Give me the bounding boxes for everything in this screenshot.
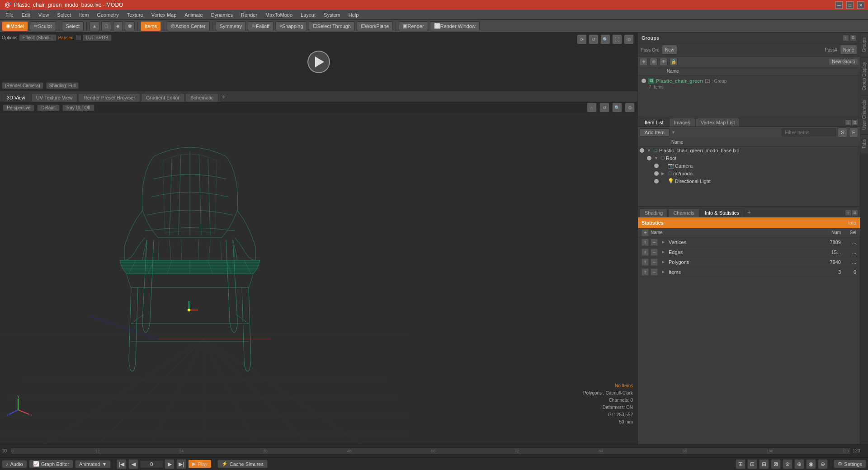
audio-button[interactable]: ♪ Audio	[2, 460, 27, 468]
playback-next-button[interactable]: ▶	[165, 459, 175, 469]
scene-item-root-file[interactable]: ▼ 🗂 Plastic_chair_green_modo_base.lxo	[638, 147, 860, 154]
tab-item-list[interactable]: Item List	[640, 118, 669, 127]
cache-simures-button[interactable]: ⚡ Cache Simures	[217, 460, 268, 468]
stat-expand-items[interactable]: ▶	[660, 268, 667, 276]
expand-arrow-4[interactable]: ▶	[661, 171, 667, 176]
scene-item-root[interactable]: ▼ ⬡ Root	[645, 154, 860, 162]
vert-tab-tabs[interactable]: Tabs	[860, 134, 868, 153]
groups-plus-btn[interactable]: +	[640, 58, 648, 66]
preview-play-button[interactable]	[307, 51, 330, 73]
stat-minus-edges[interactable]: −	[651, 249, 658, 256]
menu-render[interactable]: Render	[237, 11, 261, 19]
menu-view[interactable]: View	[35, 11, 53, 19]
tab-schematic[interactable]: Schematic	[185, 93, 218, 102]
scene-item-camera[interactable]: 📷 Camera	[652, 162, 860, 169]
vp-rotate-icon[interactable]: ↺	[599, 103, 609, 113]
menu-system[interactable]: System	[320, 11, 344, 19]
filter-s-btn[interactable]: S	[838, 127, 847, 137]
filter-items-input[interactable]	[782, 128, 836, 136]
tab-info-statistics[interactable]: Info & Statistics	[700, 208, 744, 217]
stats-expand-btn[interactable]: ↕	[845, 210, 851, 216]
transport-btn-5[interactable]: ⊛	[783, 459, 793, 469]
menu-item[interactable]: Item	[75, 11, 92, 19]
toolbar-icon-2[interactable]: ⬡	[101, 21, 111, 31]
groups-copy-btn[interactable]: ⊕	[650, 58, 658, 66]
stats-detach-btn[interactable]: ⧉	[852, 210, 858, 216]
settings-button[interactable]: ⚙ Settings	[834, 460, 866, 468]
action-center-button[interactable]: ◎ Action Center	[167, 21, 210, 31]
groups-expand-btn[interactable]: ↕	[843, 35, 849, 41]
stat-add-vertices[interactable]: +	[642, 239, 649, 246]
vp-home-icon[interactable]: ⌂	[587, 103, 597, 113]
tab-render-preset-browser[interactable]: Render Preset Browser	[79, 93, 140, 102]
menu-maxtomodo[interactable]: MaxToModo	[262, 11, 296, 19]
stat-minus-items[interactable]: −	[651, 268, 658, 276]
toolbar-icon-1[interactable]: ▲	[90, 21, 99, 31]
items-button[interactable]: Items	[141, 21, 161, 31]
preview-btn-1[interactable]: ⟳	[577, 34, 587, 44]
maximize-button[interactable]: □	[846, 1, 854, 9]
menu-select[interactable]: Select	[53, 11, 75, 19]
preview-btn-3[interactable]: ⛶	[612, 34, 622, 44]
render-camera-label[interactable]: (Render Camera)	[2, 82, 43, 89]
render-window-button[interactable]: ⬜ Render Window	[430, 21, 480, 31]
mode-model-button[interactable]: ◉ Model	[2, 21, 28, 31]
symmetry-button[interactable]: Symmetry	[216, 21, 246, 31]
frame-input[interactable]	[140, 461, 163, 468]
expand-arrow-1[interactable]: ▼	[647, 148, 652, 153]
ray-gl-btn[interactable]: Ray GL: Off	[62, 104, 94, 111]
preview-btn-4[interactable]: ⚙	[624, 34, 634, 44]
groups-detach-btn[interactable]: ⧉	[850, 35, 856, 41]
stats-tab-add[interactable]: +	[745, 207, 754, 217]
groups-eye-btn[interactable]: 👁	[660, 58, 668, 66]
stats-add-btn[interactable]: +	[642, 229, 649, 236]
tab-uv-texture-view[interactable]: UV Texture View	[31, 93, 78, 102]
vert-tab-groups[interactable]: Groups	[860, 33, 868, 57]
title-bar-controls[interactable]: — □ ✕	[835, 1, 864, 9]
new-group-button[interactable]: New Group	[829, 58, 858, 65]
timeline-track[interactable]: 0 12 24 36 48 60 72 84 96 108 120	[11, 447, 851, 455]
menu-animate[interactable]: Animate	[181, 11, 206, 19]
scene-item-m2modo[interactable]: ▶ ⬡ m2modo	[652, 169, 860, 177]
minimize-button[interactable]: —	[835, 1, 843, 9]
menu-geometry[interactable]: Geometry	[93, 11, 122, 19]
playback-end-button[interactable]: ▶|	[176, 459, 186, 469]
tab-shading[interactable]: Shading	[640, 208, 668, 217]
transport-btn-4[interactable]: ⊠	[771, 459, 781, 469]
stat-expand-polygons[interactable]: ▶	[660, 258, 667, 266]
transport-btn-6[interactable]: ⊕	[794, 459, 804, 469]
expand-arrow-2[interactable]: ▼	[654, 156, 660, 160]
menu-texture[interactable]: Texture	[123, 11, 147, 19]
stat-add-polygons[interactable]: +	[642, 258, 649, 266]
playback-start-button[interactable]: |◀	[117, 459, 127, 469]
select-button[interactable]: Select	[62, 21, 84, 31]
scene-item-directional-light[interactable]: 💡 Directional Light	[652, 177, 860, 185]
stat-expand-vertices[interactable]: ▶	[660, 239, 667, 246]
vp-zoom-icon[interactable]: 🔍	[612, 103, 622, 113]
stat-add-items[interactable]: +	[642, 268, 649, 276]
workplane-button[interactable]: ⊞ WorkPlane	[357, 21, 393, 31]
transport-btn-7[interactable]: ◉	[806, 459, 816, 469]
tab-images[interactable]: Images	[669, 118, 695, 127]
add-item-button[interactable]: Add Item	[640, 128, 670, 136]
menu-dynamics[interactable]: Dynamics	[208, 11, 236, 19]
toolbar-icon-3[interactable]: ◆	[113, 21, 123, 31]
default-btn[interactable]: Default	[37, 104, 60, 111]
menu-edit[interactable]: Edit	[18, 11, 34, 19]
item-list-expand-btn[interactable]: ↕	[845, 119, 851, 126]
3d-viewport[interactable]: Perspective Default Ray GL: Off ⌂ ↺ 🔍 ⚙	[0, 102, 637, 444]
menu-vertex-map[interactable]: Vertex Map	[148, 11, 180, 19]
select-through-button[interactable]: ⊡ Select Through	[309, 21, 354, 31]
perspective-btn[interactable]: Perspective	[3, 104, 34, 111]
group-item-chair[interactable]: 🖼 Plastic_chair_green (2) : Group	[640, 77, 858, 85]
tab-3d-view[interactable]: 3D View	[2, 93, 30, 102]
transport-btn-3[interactable]: ⊟	[759, 459, 769, 469]
effect-value[interactable]: Effect: (Shadi...	[19, 34, 56, 41]
groups-lock-btn[interactable]: 🔒	[670, 58, 678, 66]
tab-channels[interactable]: Channels	[668, 208, 699, 217]
preview-zoom-in[interactable]: 🔍	[600, 34, 610, 44]
toolbar-icon-4[interactable]: ⬟	[125, 21, 135, 31]
transport-btn-2[interactable]: ⊡	[747, 459, 757, 469]
render-button[interactable]: ▣ Render	[399, 21, 428, 31]
stat-expand-edges[interactable]: ▶	[660, 249, 667, 256]
